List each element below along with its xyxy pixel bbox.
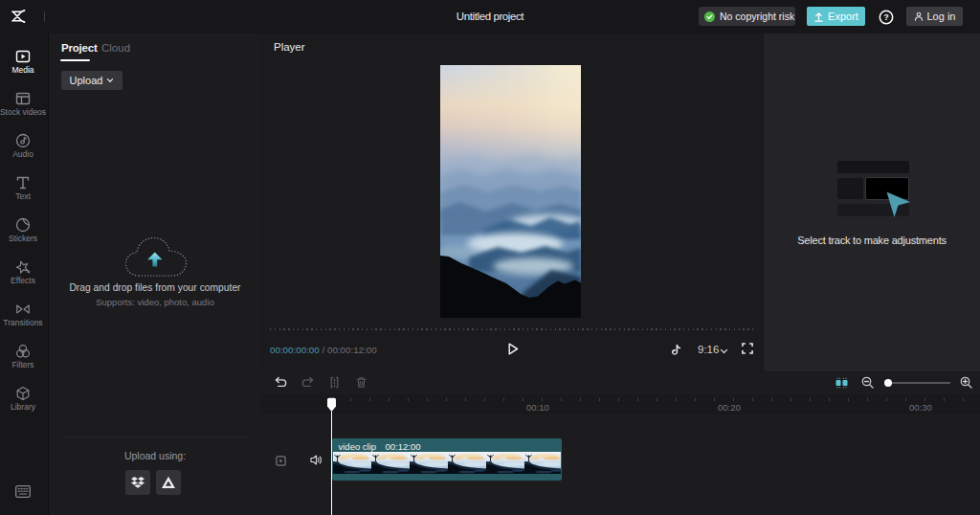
svg-text:?: ? [883, 12, 888, 22]
